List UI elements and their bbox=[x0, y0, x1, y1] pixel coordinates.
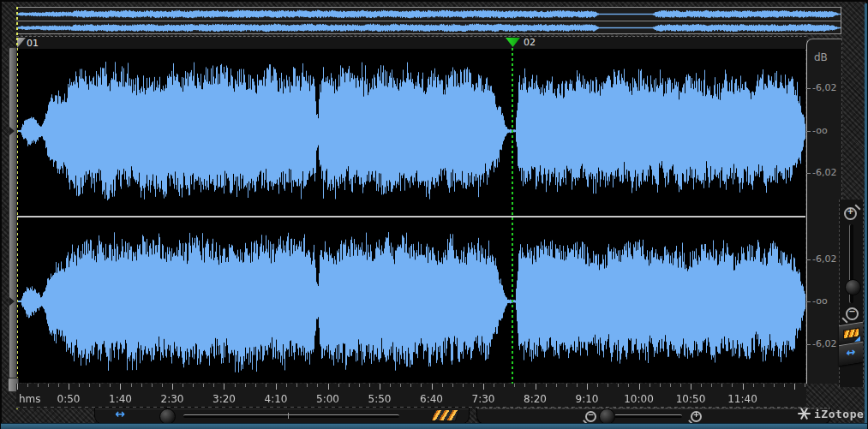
marker-01-label: 01 bbox=[27, 38, 39, 49]
audio-editor-window: 01 02 dB -6,02-oo-6,02-6,02-oo-6,02 + − … bbox=[0, 0, 868, 429]
waveform-view-button[interactable]: ↔ bbox=[839, 342, 863, 366]
time-label: 2:30 bbox=[161, 393, 184, 405]
db-scale-tick bbox=[806, 301, 811, 302]
vertical-zoom-slider-knob[interactable] bbox=[845, 279, 861, 295]
db-scale-tick bbox=[806, 88, 811, 89]
zoom-out-horizontal-icon[interactable]: − bbox=[585, 411, 596, 422]
frame-accent-right bbox=[865, 3, 867, 424]
slider-center-tick bbox=[288, 413, 289, 419]
zoom-in-vertical-icon[interactable]: + bbox=[844, 207, 857, 220]
frame-accent-bottom bbox=[1, 423, 867, 429]
time-label: 11:40 bbox=[727, 393, 757, 405]
horizontal-pan-slider-track[interactable] bbox=[183, 414, 399, 418]
overview-minimap[interactable] bbox=[16, 7, 841, 34]
time-unit-label: hms bbox=[19, 393, 41, 405]
db-scale-label: -oo bbox=[812, 125, 828, 136]
time-label: 10:00 bbox=[624, 393, 654, 405]
time-label: 10:50 bbox=[676, 393, 706, 405]
horizontal-fit-icon[interactable]: ↔ bbox=[110, 408, 130, 420]
time-label: 0:50 bbox=[57, 393, 81, 405]
channel-arrow-icon[interactable] bbox=[9, 297, 15, 306]
db-scale-label: -6,02 bbox=[812, 338, 836, 349]
main-waveform-canvas[interactable] bbox=[17, 49, 805, 383]
db-scale-label: -6,02 bbox=[812, 167, 836, 178]
zoom-in-horizontal-icon[interactable]: + bbox=[691, 411, 702, 422]
izotope-logo: iZotope bbox=[793, 405, 865, 422]
overview-waveform-canvas[interactable] bbox=[16, 7, 841, 34]
time-label: 9:10 bbox=[576, 393, 599, 405]
db-scale-label: -oo bbox=[812, 295, 828, 307]
db-scale-tick bbox=[806, 344, 811, 345]
time-label: 7:30 bbox=[472, 393, 495, 405]
db-scale-tick bbox=[806, 131, 811, 132]
logo-text: iZotope bbox=[814, 408, 864, 420]
db-scale-tick bbox=[806, 259, 811, 260]
time-label: 4:10 bbox=[265, 393, 288, 405]
db-scale-label: -6,02 bbox=[812, 253, 836, 265]
playhead-line bbox=[512, 48, 513, 408]
fit-horizontal-icon: ↔ bbox=[839, 345, 863, 360]
time-label: 6:40 bbox=[420, 393, 443, 405]
time-label: 5:00 bbox=[316, 393, 339, 405]
db-scale-tick bbox=[806, 173, 811, 174]
vertical-scrollbar[interactable] bbox=[9, 47, 17, 378]
channel-arrow-icon[interactable] bbox=[9, 127, 15, 135]
zoom-out-vertical-icon[interactable]: − bbox=[846, 307, 859, 320]
spectrogram-zoom-icon[interactable] bbox=[431, 409, 460, 421]
time-label: 1:40 bbox=[109, 393, 132, 405]
db-unit-label: dB bbox=[814, 51, 828, 63]
time-label: 5:50 bbox=[368, 393, 392, 405]
marker-02-label: 02 bbox=[524, 37, 536, 48]
horizontal-zoom-slider-track[interactable] bbox=[614, 414, 682, 418]
db-scale-label: -6,02 bbox=[812, 82, 836, 93]
time-label: 3:20 bbox=[213, 393, 236, 405]
time-label: 8:20 bbox=[524, 393, 547, 405]
